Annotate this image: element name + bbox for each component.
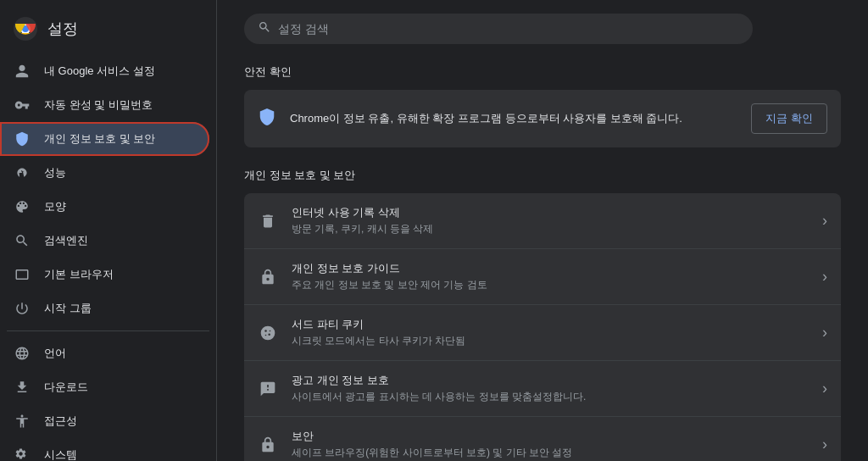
- search-input[interactable]: [278, 22, 739, 36]
- sidebar-item-search-engine[interactable]: 검색엔진: [0, 224, 209, 258]
- settings-item-title: 개인 정보 보호 가이드: [292, 261, 809, 276]
- settings-item-desc: 시크릿 모드에서는 타사 쿠키가 차단됨: [292, 334, 809, 348]
- chevron-right-icon: ›: [822, 212, 827, 230]
- svg-point-6: [264, 330, 267, 332]
- settings-item-content: 개인 정보 보호 가이드 주요 개인 정보 보호 및 보안 제어 기능 검토: [292, 261, 809, 292]
- settings-item-desc: 주요 개인 정보 보호 및 보안 제어 기능 검토: [292, 278, 809, 292]
- settings-item-desc: 세이프 브라우징(위험한 사이트로부터 보호) 및 기타 보안 설정: [292, 446, 809, 460]
- language-icon: [14, 345, 31, 362]
- sidebar-title: 설정: [47, 19, 78, 39]
- sidebar-item-label: 개인 정보 보호 및 보안: [44, 131, 155, 147]
- sidebar-item-privacy[interactable]: 개인 정보 보호 및 보안: [0, 122, 209, 156]
- trash-icon: [258, 211, 278, 231]
- sidebar-item-system[interactable]: 시스템: [0, 438, 209, 461]
- search-engine-icon: [14, 232, 31, 249]
- settings-item-third-party-cookies[interactable]: 서드 파티 쿠키 시크릿 모드에서는 타사 쿠키가 차단됨 ›: [244, 305, 841, 361]
- appearance-icon: [14, 198, 31, 215]
- sidebar-group-2: 언어 다운로드 접근성 시스템: [0, 336, 216, 461]
- sidebar-divider-1: [7, 330, 209, 331]
- settings-item-security[interactable]: 보안 세이프 브라우징(위험한 사이트로부터 보호) 및 기타 보안 설정 ›: [244, 417, 841, 461]
- chevron-right-icon: ›: [822, 436, 827, 453]
- search-bar: [244, 14, 753, 44]
- system-icon: [14, 447, 31, 461]
- lock-icon: [258, 267, 278, 287]
- chrome-logo-icon: [14, 17, 37, 41]
- safety-section: 안전 확인 Chrome이 정보 유출, 유해한 확장 프로그램 등으로부터 사…: [244, 64, 841, 147]
- svg-point-7: [268, 333, 270, 336]
- settings-item-clear-history[interactable]: 인터넷 사용 기록 삭제 방문 기록, 쿠키, 캐시 등을 삭제 ›: [244, 193, 841, 249]
- chevron-right-icon: ›: [822, 380, 827, 397]
- safety-shield-icon: [258, 108, 276, 131]
- settings-item-content: 보안 세이프 브라우징(위험한 사이트로부터 보호) 및 기타 보안 설정: [292, 429, 809, 460]
- person-icon: [14, 63, 31, 80]
- chevron-right-icon: ›: [822, 268, 827, 286]
- settings-item-title: 인터넷 사용 기록 삭제: [292, 205, 809, 220]
- privacy-section-title: 개인 정보 보호 및 보안: [244, 168, 841, 183]
- chevron-right-icon: ›: [822, 324, 827, 342]
- sidebar: 설정 내 Google 서비스 설정 자동 완성 및 비밀번호 개인 정보: [0, 0, 217, 461]
- main-content: 안전 확인 Chrome이 정보 유출, 유해한 확장 프로그램 등으로부터 사…: [217, 0, 868, 461]
- key-icon: [14, 97, 31, 114]
- accessibility-icon: [14, 413, 31, 430]
- sidebar-item-performance[interactable]: 성능: [0, 156, 209, 190]
- search-icon: [258, 20, 271, 37]
- sidebar-item-my-google[interactable]: 내 Google 서비스 설정: [0, 54, 209, 88]
- settings-item-title: 보안: [292, 429, 809, 444]
- ad-icon: [258, 379, 278, 399]
- download-icon: [14, 379, 31, 396]
- sidebar-item-label: 시스템: [44, 447, 77, 461]
- sidebar-header: 설정: [0, 7, 216, 54]
- sidebar-item-label: 성능: [44, 165, 66, 181]
- sidebar-item-autofill[interactable]: 자동 완성 및 비밀번호: [0, 88, 209, 122]
- svg-point-8: [265, 334, 267, 336]
- privacy-section: 개인 정보 보호 및 보안 인터넷 사용 기록 삭제 방문 기록, 쿠키, 캐시…: [244, 168, 841, 461]
- sidebar-item-startup[interactable]: 시작 그룹: [0, 292, 209, 325]
- settings-item-content: 광고 개인 정보 보호 사이트에서 광고를 표시하는 데 사용하는 정보를 맞춤…: [292, 373, 809, 404]
- settings-item-title: 광고 개인 정보 보호: [292, 373, 809, 388]
- startup-icon: [14, 300, 31, 317]
- browser-icon: [14, 266, 31, 283]
- sidebar-item-appearance[interactable]: 모양: [0, 190, 209, 224]
- sidebar-item-label: 언어: [44, 346, 66, 361]
- svg-point-9: [270, 330, 271, 331]
- settings-item-privacy-guide[interactable]: 개인 정보 보호 가이드 주요 개인 정보 보호 및 보안 제어 기능 검토 ›: [244, 249, 841, 305]
- sidebar-item-label: 다운로드: [44, 380, 88, 395]
- shield-icon: [14, 131, 31, 147]
- performance-icon: [14, 164, 31, 181]
- sidebar-item-label: 기본 브라우저: [44, 267, 114, 282]
- sidebar-item-label: 접근성: [44, 414, 77, 429]
- settings-item-ad-privacy[interactable]: 광고 개인 정보 보호 사이트에서 광고를 표시하는 데 사용하는 정보를 맞춤…: [244, 361, 841, 417]
- settings-item-desc: 방문 기록, 쿠키, 캐시 등을 삭제: [292, 222, 809, 236]
- check-now-button[interactable]: 지금 확인: [751, 103, 827, 134]
- sidebar-item-language[interactable]: 언어: [0, 336, 209, 370]
- sidebar-item-label: 검색엔진: [44, 233, 88, 248]
- sidebar-item-download[interactable]: 다운로드: [0, 370, 209, 404]
- security-lock-icon: [258, 435, 278, 455]
- sidebar-item-label: 내 Google 서비스 설정: [44, 64, 155, 79]
- cookie-icon: [258, 323, 278, 343]
- sidebar-group-1: 내 Google 서비스 설정 자동 완성 및 비밀번호 개인 정보 보호 및 …: [0, 54, 216, 325]
- settings-item-desc: 사이트에서 광고를 표시하는 데 사용하는 정보를 맞춤설정합니다.: [292, 390, 809, 404]
- sidebar-item-default-browser[interactable]: 기본 브라우저: [0, 258, 209, 292]
- sidebar-item-accessibility[interactable]: 접근성: [0, 404, 209, 438]
- safety-description: Chrome이 정보 유출, 유해한 확장 프로그램 등으로부터 사용자를 보호…: [290, 111, 737, 126]
- safety-card: Chrome이 정보 유출, 유해한 확장 프로그램 등으로부터 사용자를 보호…: [244, 90, 841, 147]
- sidebar-item-label: 시작 그룹: [44, 301, 92, 316]
- svg-point-5: [261, 325, 275, 340]
- settings-item-content: 서드 파티 쿠키 시크릿 모드에서는 타사 쿠키가 차단됨: [292, 317, 809, 348]
- safety-section-title: 안전 확인: [244, 64, 841, 80]
- settings-list: 인터넷 사용 기록 삭제 방문 기록, 쿠키, 캐시 등을 삭제 › 개인 정보…: [244, 193, 841, 461]
- settings-item-title: 서드 파티 쿠키: [292, 317, 809, 332]
- sidebar-item-label: 자동 완성 및 비밀번호: [44, 97, 153, 113]
- sidebar-item-label: 모양: [44, 199, 66, 214]
- settings-item-content: 인터넷 사용 기록 삭제 방문 기록, 쿠키, 캐시 등을 삭제: [292, 205, 809, 236]
